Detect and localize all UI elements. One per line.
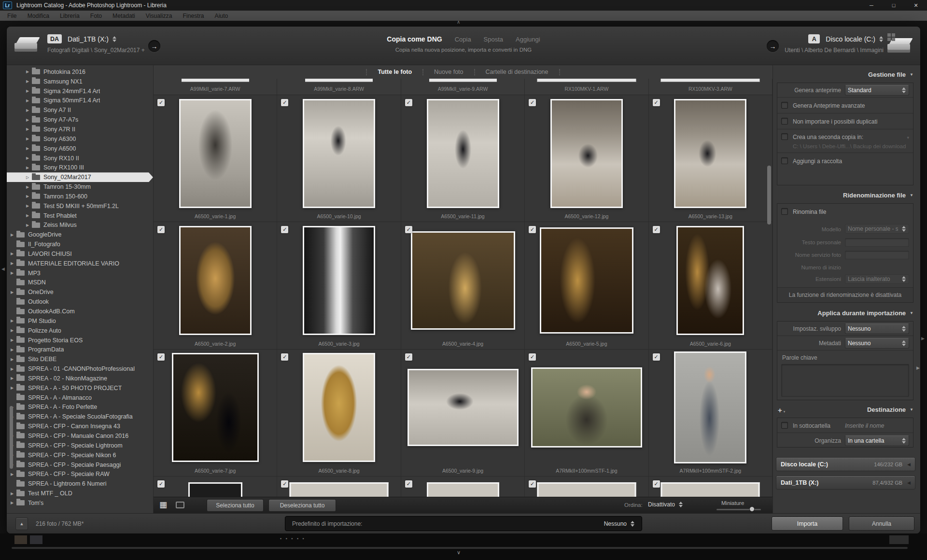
photo-cell[interactable]: ✓A6500_varie-7.jpg xyxy=(154,350,277,476)
expand-icon[interactable]: ▶ xyxy=(24,194,31,198)
extension-dropdown[interactable]: Lascia inalterato xyxy=(845,274,909,284)
close-button[interactable]: ✕ xyxy=(905,0,927,11)
expand-icon[interactable]: ▶ xyxy=(9,472,15,476)
source-drive-icon[interactable] xyxy=(14,37,41,54)
panel-collapse-icon[interactable]: ▶ xyxy=(916,365,920,370)
photo-checkbox[interactable]: ✓ xyxy=(281,99,288,106)
destination-path[interactable]: Utenti \ Alberto De Bernardi \ Immagini xyxy=(785,47,884,54)
folder-item-msdn[interactable]: MSDN xyxy=(7,278,153,288)
folder-item-sprea-cfp-speciale-lightroom[interactable]: ▶SPREA - CFP - Speciale Lightroom xyxy=(7,441,153,450)
menu-modifica[interactable]: Modifica xyxy=(22,11,55,21)
organize-dropdown[interactable]: In una cartella xyxy=(845,435,909,446)
photo-checkbox[interactable]: ✓ xyxy=(405,226,412,233)
expand-panel-button[interactable]: ▲ xyxy=(15,518,28,530)
photo-thumbnail[interactable] xyxy=(531,367,642,448)
photo-checkbox[interactable]: ✓ xyxy=(529,226,536,233)
source-name[interactable]: Dati_1TB (X:) xyxy=(68,35,109,43)
photo-thumbnail[interactable] xyxy=(427,99,499,208)
expand-icon[interactable]: ▶ xyxy=(24,166,31,170)
photo-checkbox[interactable]: ✓ xyxy=(281,226,288,233)
mode-copia[interactable]: Copia xyxy=(455,36,471,43)
photo-cell-partial[interactable]: ✓ xyxy=(649,476,772,497)
chevron-down-icon[interactable]: ▾ xyxy=(907,135,909,140)
photo-cell[interactable]: ✓A6500_varie-8.jpg xyxy=(277,350,401,476)
photo-thumbnail[interactable] xyxy=(411,231,515,330)
tab-nuove-foto[interactable]: Nuove foto xyxy=(424,69,473,75)
expand-icon[interactable]: ▷ xyxy=(24,175,31,180)
expand-icon[interactable]: ▶ xyxy=(24,127,31,131)
photo-checkbox[interactable]: ✓ xyxy=(281,353,288,361)
folder-item-sony-a7-ii[interactable]: ▶Sony A7 II xyxy=(7,105,153,115)
filmstrip-scrollbar[interactable] xyxy=(12,547,908,549)
folder-item-sprea-cfp-manuale-canon-2016[interactable]: ▶SPREA - CFP - Manuale Canon 2016 xyxy=(7,431,153,441)
folder-item-googledrive[interactable]: ▶GoogleDrive xyxy=(7,230,153,239)
photo-checkbox[interactable]: ✓ xyxy=(281,480,288,488)
photo-cell[interactable]: ✓A6500_varie-11.jpg xyxy=(401,95,525,222)
photo-thumbnail[interactable] xyxy=(407,369,519,446)
subfolder-name-input[interactable]: Inserite il nome xyxy=(845,422,884,429)
expand-icon[interactable]: ▶ xyxy=(9,271,15,275)
expand-icon[interactable]: ▶ xyxy=(24,223,31,227)
folder-item-sprea-01-canonphotoprofessional[interactable]: ▶SPREA - 01 -CANONPhotoProfessional xyxy=(7,364,153,374)
folder-item-sigma-24mmf1-4-art[interactable]: ▶Sigma 24mmF1.4 Art xyxy=(7,86,153,96)
photo-checkbox[interactable]: ✓ xyxy=(405,480,412,488)
sidebar-scrollbar[interactable] xyxy=(10,406,13,469)
folder-item-sprea-cfp-canon-insegna-43[interactable]: SPREA - CFP - Canon Insegna 43 xyxy=(7,421,153,431)
expand-icon[interactable]: ▶ xyxy=(24,118,31,122)
photo-cell[interactable]: ✓A6500_varie-6.jpg xyxy=(649,222,772,349)
cancel-button[interactable]: Annulla xyxy=(849,517,914,531)
grid-view-icon[interactable]: ▦ xyxy=(159,500,167,510)
expand-icon[interactable]: ▶ xyxy=(24,146,31,151)
expand-icon[interactable]: ▶ xyxy=(9,233,15,237)
menu-finestra[interactable]: Finestra xyxy=(177,11,209,21)
photo-cell[interactable]: ✓A6500_varie-5.jpg xyxy=(525,222,648,349)
folder-item-programdata[interactable]: ▶ProgramData xyxy=(7,345,153,354)
source-path[interactable]: Fotografi Digitali \ Sony_02Mar2017 + xyxy=(47,47,145,54)
metadata-dropdown[interactable]: Nessuno xyxy=(845,338,909,349)
folder-item-onedrive[interactable]: ▶OneDrive xyxy=(7,287,153,297)
photo-checkbox[interactable]: ✓ xyxy=(157,480,165,488)
preset-dropdown[interactable]: Nessuno xyxy=(604,520,635,527)
photo-cell[interactable]: ✓A6500_varie-4.jpg xyxy=(401,222,525,349)
mode-copia-come-dng[interactable]: Copia come DNG xyxy=(387,35,442,43)
photo-checkbox[interactable]: ✓ xyxy=(529,99,536,106)
photo-checkbox[interactable]: ✓ xyxy=(653,353,660,361)
photo-cell[interactable]: ✓A6500_varie-10.jpg xyxy=(277,95,401,222)
renaming-header[interactable]: Ridenominazione file ▼ xyxy=(843,192,913,199)
folder-item-polizze-auto[interactable]: ▶Polizze Auto xyxy=(7,326,153,336)
folder-item-sony-02mar2017[interactable]: ▷Sony_02Mar2017 xyxy=(7,172,153,182)
expand-icon[interactable]: ▶ xyxy=(9,290,15,294)
photo-thumbnail[interactable] xyxy=(674,351,746,463)
volume-dati-1tb-x[interactable]: Dati_1TB (X:)87,4/932 GB◀ xyxy=(776,476,915,490)
shoot-name-input[interactable] xyxy=(845,251,909,259)
photo-checkbox[interactable]: ✓ xyxy=(157,353,165,361)
folder-item-il-fotografo[interactable]: Il_Fotografo xyxy=(7,239,153,249)
expand-icon[interactable]: ▶ xyxy=(9,501,15,505)
menu-visualizza[interactable]: Visualizza xyxy=(140,11,178,21)
menu-metadati[interactable]: Metadati xyxy=(107,11,140,21)
photo-cell-partial[interactable]: A99MkII_varie-8.ARW xyxy=(277,79,401,95)
add-destination-folder-button[interactable]: + ▾ xyxy=(778,406,785,414)
thumbnail-slider-thumb[interactable] xyxy=(749,506,755,512)
folder-item-sony-a6500[interactable]: ▶Sony A6500 xyxy=(7,144,153,154)
menu-foto[interactable]: Foto xyxy=(85,11,107,21)
expand-icon[interactable]: ▶ xyxy=(9,357,15,362)
photo-thumbnail[interactable] xyxy=(540,227,633,334)
maximize-button[interactable]: □ xyxy=(883,0,905,11)
folder-item-test-mtf-old[interactable]: ▶Test MTF _ OLD xyxy=(7,489,153,498)
folder-item-sony-a7-a7s[interactable]: ▶Sony A7-A7s xyxy=(7,115,153,125)
sort-dropdown[interactable]: Disattivato xyxy=(648,501,683,508)
photo-thumbnail[interactable] xyxy=(676,226,744,335)
expand-icon[interactable]: ▶ xyxy=(9,328,15,333)
photo-cell-partial[interactable]: ✓ xyxy=(401,476,525,497)
expand-icon[interactable]: ▶ xyxy=(9,491,15,496)
smart-previews-checkbox[interactable] xyxy=(781,102,788,109)
expand-icon[interactable]: ▶ xyxy=(9,319,15,323)
rename-checkbox[interactable] xyxy=(781,208,788,215)
expand-icon[interactable]: ▶ xyxy=(9,252,15,256)
photo-cell[interactable]: ✓A6500_varie-9.jpg xyxy=(401,350,525,476)
menu-libreria[interactable]: Libreria xyxy=(55,11,85,21)
folder-item-progetto-storia-eos[interactable]: ▶Progetto Storia EOS xyxy=(7,336,153,345)
minimize-button[interactable]: ─ xyxy=(860,0,883,11)
expand-icon[interactable]: ▶ xyxy=(9,261,15,266)
